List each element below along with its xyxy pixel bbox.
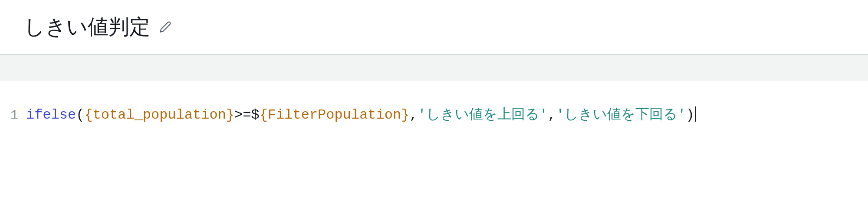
token-function: ifelse — [26, 107, 76, 123]
token-comma: , — [548, 107, 556, 123]
token-comma: , — [409, 107, 418, 123]
token-dollar: $ — [251, 107, 259, 123]
toolbar-area — [0, 55, 868, 81]
code-line[interactable]: 1 ifelse({total_population}>=${FilterPop… — [0, 105, 868, 126]
page-title: しきい値判定 — [24, 13, 150, 41]
token-rparen: ) — [686, 107, 694, 123]
token-string: 'しきい値を上回る' — [418, 107, 548, 123]
token-lparen: ( — [76, 107, 84, 123]
token-string: 'しきい値を下回る' — [556, 107, 686, 123]
text-cursor — [695, 106, 696, 122]
header: しきい値判定 — [0, 0, 868, 54]
line-number: 1 — [0, 106, 26, 125]
code-content[interactable]: ifelse({total_population}>=${FilterPopul… — [26, 105, 696, 126]
token-param: {FilterPopulation} — [260, 107, 410, 123]
edit-icon[interactable] — [159, 20, 172, 33]
code-editor[interactable]: 1 ifelse({total_population}>=${FilterPop… — [0, 81, 868, 126]
token-operator: >= — [234, 107, 251, 123]
token-field: {total_population} — [84, 107, 234, 123]
